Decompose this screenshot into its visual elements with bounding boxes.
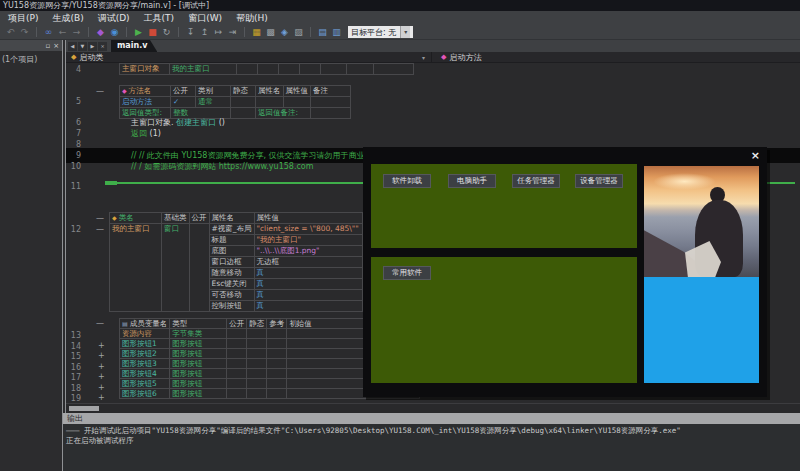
empty-cell[interactable] (227, 379, 247, 389)
property-name-cell[interactable]: 标题 (209, 235, 254, 246)
uninstall-software-button[interactable]: 软件卸载 (383, 174, 431, 188)
fold-marker[interactable]: — (96, 88, 104, 96)
chevron-down-icon[interactable]: ▾ (422, 54, 425, 61)
browser-icon[interactable]: ◉ (109, 26, 120, 39)
method-selector[interactable]: ◆ 启动方法 (432, 52, 800, 62)
empty-cell[interactable] (267, 349, 287, 359)
menu-debug[interactable]: 调试(D) (98, 11, 130, 25)
fold-marker[interactable]: — (96, 320, 104, 328)
property-value-cell[interactable]: 真 (254, 279, 362, 290)
fold-marker[interactable]: — (96, 215, 104, 223)
empty-cell[interactable] (247, 389, 267, 399)
pc-assistant-button[interactable]: 电脑助手 (448, 174, 496, 188)
member-type-cell[interactable]: 图形按钮 (170, 379, 227, 389)
empty-cell[interactable] (279, 64, 300, 75)
empty-cell[interactable] (267, 339, 287, 349)
empty-cell[interactable] (258, 64, 279, 75)
public-check-cell[interactable]: ✓ (171, 97, 196, 108)
code-line-6[interactable]: 主窗口对象. 创建主窗口 () (131, 118, 225, 128)
member-type-cell[interactable]: 图形按钮 (170, 369, 227, 379)
menu-window[interactable]: 窗口(W) (188, 11, 222, 25)
property-value-cell[interactable]: 真 (254, 290, 362, 301)
task-manager-button[interactable]: 任务管理器 (512, 174, 560, 188)
property-value-cell[interactable]: "client_size = \"800, 485\"" (254, 224, 362, 235)
common-software-button[interactable]: 常用软件 (383, 266, 431, 280)
empty-cell[interactable] (300, 64, 321, 75)
target-platform-select[interactable]: 目标平台: 无 ▾ (348, 26, 413, 38)
empty-cell[interactable] (227, 369, 247, 379)
member-type-cell[interactable]: 字节集类 (170, 329, 227, 339)
code-line-7[interactable]: 返回 (1) (131, 129, 161, 139)
code-line-10-comment[interactable]: // / 如需源码资源到网站 https://www.yu158.com (131, 162, 314, 172)
tab-close-icon[interactable]: × (98, 42, 107, 51)
menu-build[interactable]: 生成(B) (52, 11, 83, 25)
output-panel-header[interactable]: 输出 (63, 413, 800, 424)
restart-icon[interactable]: ↻ (161, 26, 172, 39)
method-name-cell[interactable]: 启动方法 (120, 97, 171, 108)
expand-marker[interactable]: + (98, 384, 105, 392)
member-name-cell[interactable]: 图形按钮1 (120, 339, 170, 349)
property-name-cell[interactable]: 随意移动 (209, 268, 254, 279)
empty-cell[interactable] (311, 97, 351, 108)
undo-icon[interactable]: ↶ (5, 26, 16, 39)
empty-cell[interactable] (267, 389, 287, 399)
property-name-cell[interactable]: #视窗_布局 (209, 224, 254, 235)
empty-cell[interactable] (267, 359, 287, 369)
empty-cell[interactable] (347, 64, 374, 75)
property-value-cell[interactable]: 无边框 (254, 257, 362, 268)
device-manager-button[interactable]: 设备管理器 (575, 174, 623, 188)
clean-icon[interactable]: ▨ (293, 26, 304, 39)
member-name-cell[interactable]: 图形按钮5 (120, 379, 170, 389)
empty-cell[interactable] (227, 389, 247, 399)
find-icon[interactable]: ∞ (43, 26, 54, 39)
tab-list-icon[interactable]: ▼ (78, 42, 87, 51)
empty-cell[interactable] (231, 97, 256, 108)
expand-marker[interactable]: + (98, 373, 105, 381)
member-name-cell[interactable]: 图形按钮4 (120, 369, 170, 379)
build-icon[interactable]: ▦ (251, 26, 262, 39)
run-to-cursor-icon[interactable]: ⇥ (227, 26, 238, 39)
member-type-cell[interactable]: 图形按钮 (170, 389, 227, 399)
empty-cell[interactable] (227, 329, 247, 339)
member-type-cell[interactable]: 图形按钮 (170, 349, 227, 359)
class-selector[interactable]: ◆ 启动类 ▾ (66, 52, 432, 62)
menu-help[interactable]: 帮助(H) (236, 11, 268, 25)
member-type-cell[interactable]: 图形按钮 (170, 339, 227, 349)
step-over-icon[interactable]: ↦ (213, 26, 224, 39)
empty-cell[interactable] (283, 97, 311, 108)
close-icon[interactable]: × (53, 42, 59, 50)
tab-scroll-left-icon[interactable]: ◀ (68, 42, 77, 51)
expand-marker[interactable]: + (98, 394, 105, 402)
run-icon[interactable]: ▶ (133, 26, 144, 39)
empty-cell[interactable] (227, 339, 247, 349)
empty-cell[interactable] (321, 64, 347, 75)
property-name-cell[interactable]: 控制按钮 (209, 301, 254, 312)
member-name-cell[interactable]: 资源内容 (120, 329, 170, 339)
member-name-cell[interactable]: 图形按钮3 (120, 359, 170, 369)
package-icon[interactable]: ◈ (279, 26, 290, 39)
empty-cell[interactable] (247, 349, 267, 359)
empty-cell[interactable] (311, 108, 351, 119)
category-cell[interactable]: 通常 (196, 97, 231, 108)
property-name-cell[interactable]: Esc键关闭 (209, 279, 254, 290)
step-into-icon[interactable]: ↧ (185, 26, 196, 39)
empty-cell[interactable] (227, 349, 247, 359)
member-type-cell[interactable]: 图形按钮 (170, 359, 227, 369)
property-value-cell[interactable]: "..\\..\\底图1.png" (254, 246, 362, 257)
stop-icon[interactable]: ■ (147, 26, 158, 39)
member-name-cell[interactable]: 图形按钮2 (120, 349, 170, 359)
scrollbar-thumb[interactable] (69, 406, 99, 411)
volcano-logo-icon[interactable]: ◆ (95, 26, 106, 39)
expand-marker[interactable]: + (98, 352, 105, 360)
empty-cell[interactable] (247, 359, 267, 369)
code-line-9-comment[interactable]: // // 此文件由 YU158资源网免费分享, 仅供交流学习请勿用于商业用途 (131, 151, 381, 161)
property-value-cell[interactable]: 真 (254, 268, 362, 279)
horizontal-scrollbar[interactable] (66, 403, 800, 413)
step-out-icon[interactable]: ↥ (199, 26, 210, 39)
menu-tools[interactable]: 工具(T) (144, 11, 175, 25)
fold-marker[interactable]: — (96, 226, 104, 234)
empty-cell[interactable] (267, 369, 287, 379)
project-count-label[interactable]: (1个项目) (0, 51, 62, 65)
chevron-down-icon[interactable]: ▾ (400, 26, 410, 38)
tab-main-v[interactable]: main.v (111, 40, 157, 52)
